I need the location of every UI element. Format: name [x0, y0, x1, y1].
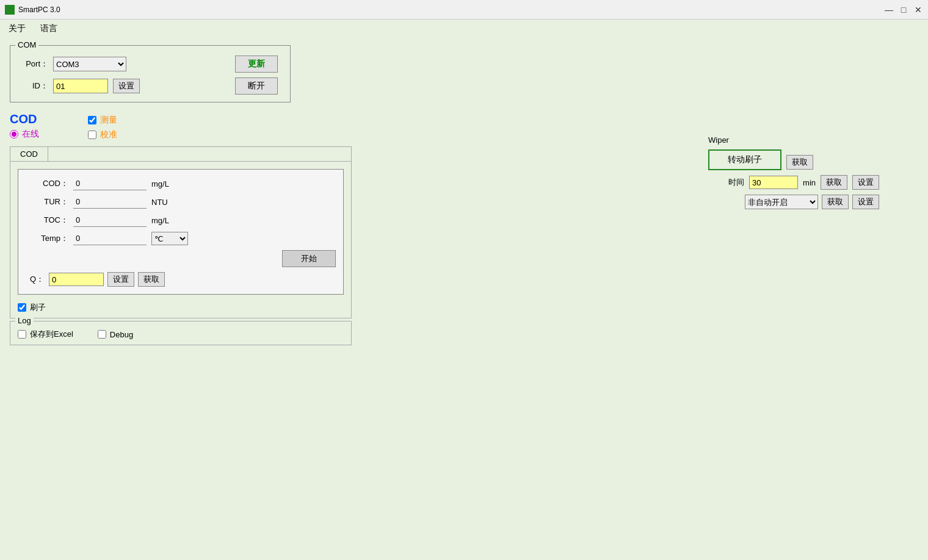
- menu-about[interactable]: 关于: [6, 22, 28, 35]
- toc-field-row: TOC： mg/L: [26, 214, 336, 227]
- cod-unit: mg/L: [151, 179, 169, 188]
- id-set-button[interactable]: 设置: [113, 79, 140, 93]
- restore-button[interactable]: □: [899, 5, 908, 15]
- temp-field-row: Temp： ℃ ℉: [26, 232, 336, 245]
- start-button-row: 开始: [26, 250, 336, 267]
- port-label: Port：: [18, 59, 48, 70]
- q-row: Q： 设置 获取: [26, 272, 336, 287]
- wiper-mode-set-button[interactable]: 设置: [852, 195, 879, 209]
- save-excel-row: 保存到Excel: [18, 329, 73, 340]
- menu-language[interactable]: 语言: [38, 22, 60, 35]
- com-id-row: ID： 设置 断开: [18, 77, 283, 95]
- wiper-time-input[interactable]: [749, 176, 798, 189]
- app-icon: [5, 5, 15, 15]
- cod-field-row: COD： mg/L: [26, 177, 336, 190]
- tur-field-label: TUR：: [26, 196, 68, 207]
- com-port-row: Port： COM3 COM1 COM2 COM4 更新: [18, 56, 283, 73]
- main-content: COM Port： COM3 COM1 COM2 COM4 更新 ID： 设置 …: [0, 38, 928, 560]
- wiper-mode-get-button[interactable]: 获取: [822, 195, 849, 209]
- brush-label: 刷子: [30, 302, 46, 313]
- temp-value-input[interactable]: [73, 232, 147, 245]
- cod-tab-header: COD: [10, 147, 351, 162]
- tur-field-row: TUR： NTU: [26, 195, 336, 209]
- wiper-get-1-button[interactable]: 获取: [786, 155, 813, 170]
- brush-checkbox[interactable]: [18, 303, 26, 312]
- port-select[interactable]: COM3 COM1 COM2 COM4: [53, 57, 126, 71]
- save-excel-checkbox[interactable]: [18, 330, 26, 339]
- debug-row: Debug: [98, 330, 133, 339]
- wiper-rotate-button[interactable]: 转动刷子: [708, 149, 781, 170]
- toc-field-label: TOC：: [26, 215, 68, 226]
- q-set-button[interactable]: 设置: [107, 272, 134, 287]
- cod-field-label: COD：: [26, 178, 68, 189]
- start-button[interactable]: 开始: [282, 250, 336, 267]
- id-input[interactable]: [53, 79, 108, 93]
- disconnect-button[interactable]: 断开: [235, 77, 278, 95]
- cod-title: COD: [10, 112, 39, 126]
- wiper-time-get-button[interactable]: 获取: [821, 175, 847, 190]
- tur-unit: NTU: [151, 198, 168, 207]
- window-controls: — □ ✕: [884, 5, 923, 15]
- brush-row: 刷子: [18, 302, 344, 313]
- wiper-time-set-button[interactable]: 设置: [852, 175, 879, 190]
- log-row: 保存到Excel Debug: [18, 329, 344, 340]
- debug-checkbox[interactable]: [98, 330, 106, 339]
- cod-radio-area: 在线: [10, 129, 39, 140]
- wiper-title: Wiper: [708, 135, 879, 145]
- calib-label: 校准: [100, 129, 117, 140]
- q-label: Q：: [26, 274, 44, 285]
- wiper-time-row: 时间 min 获取 设置: [708, 175, 879, 190]
- minimize-button[interactable]: —: [884, 5, 894, 15]
- cod-value-input[interactable]: [73, 177, 147, 190]
- wiper-time-unit: min: [803, 178, 816, 187]
- com-group: COM Port： COM3 COM1 COM2 COM4 更新 ID： 设置 …: [10, 45, 291, 102]
- titlebar: SmartPC 3.0 — □ ✕: [0, 0, 928, 20]
- calib-checkbox[interactable]: [88, 131, 96, 139]
- temp-unit-select[interactable]: ℃ ℉: [151, 232, 188, 245]
- online-label: 在线: [22, 129, 39, 140]
- update-button[interactable]: 更新: [235, 56, 278, 73]
- log-legend: Log: [15, 316, 34, 325]
- cod-tab-container: COD COD： mg/L TUR： NTU TOC： mg/L: [10, 146, 352, 318]
- measure-label: 测量: [100, 115, 117, 126]
- measure-checkbox[interactable]: [88, 116, 96, 124]
- q-get-button[interactable]: 获取: [138, 272, 165, 287]
- wiper-top-row: 转动刷子 获取: [708, 149, 879, 175]
- measure-check-row: 测量: [88, 115, 117, 126]
- toc-value-input[interactable]: [73, 214, 147, 227]
- wiper-panel: Wiper 转动刷子 获取 时间 min 获取 设置 非自动开启 自动开启 获取…: [708, 135, 879, 209]
- cod-panel: COD： mg/L TUR： NTU TOC： mg/L Temp：: [18, 169, 344, 295]
- wiper-mode-select[interactable]: 非自动开启 自动开启: [745, 195, 818, 209]
- cod-tab[interactable]: COD: [10, 147, 48, 161]
- app-title: SmartPC 3.0: [18, 5, 60, 14]
- debug-label: Debug: [110, 330, 133, 339]
- online-radio[interactable]: [10, 130, 18, 138]
- wiper-time-label: 时间: [728, 177, 744, 188]
- save-excel-label: 保存到Excel: [30, 329, 73, 340]
- menubar: 关于 语言: [0, 20, 928, 38]
- wiper-dropdown-row: 非自动开启 自动开启 获取 设置: [708, 195, 879, 209]
- cod-left: COD 在线: [10, 112, 39, 140]
- temp-field-label: Temp：: [26, 233, 68, 244]
- tur-value-input[interactable]: [73, 195, 147, 209]
- log-group: Log 保存到Excel Debug: [10, 321, 352, 345]
- close-button[interactable]: ✕: [913, 5, 923, 15]
- id-label: ID：: [18, 81, 48, 92]
- com-legend: COM: [15, 40, 38, 49]
- toc-unit: mg/L: [151, 216, 169, 225]
- calib-check-row: 校准: [88, 129, 117, 140]
- q-input[interactable]: [49, 273, 104, 286]
- cod-checkboxes: 测量 校准: [88, 115, 117, 140]
